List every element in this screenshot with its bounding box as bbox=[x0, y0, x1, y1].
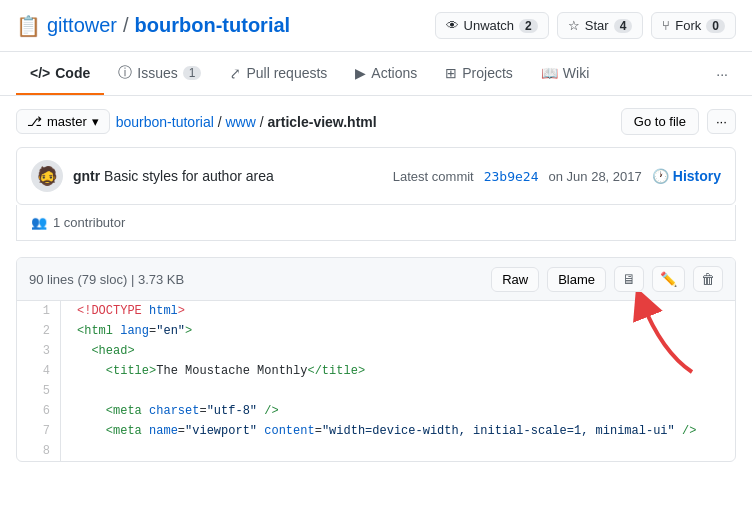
repo-icon: 📋 bbox=[16, 14, 41, 38]
title-separator: / bbox=[123, 14, 129, 37]
issues-badge: 1 bbox=[183, 66, 202, 80]
history-icon: 🕐 bbox=[652, 168, 669, 184]
chevron-down-icon: ▾ bbox=[92, 114, 99, 129]
line-code: <html lang="en"> bbox=[61, 321, 735, 341]
line-number: 6 bbox=[17, 401, 61, 421]
fork-icon: ⑂ bbox=[662, 18, 670, 33]
repo-owner[interactable]: gittower bbox=[47, 14, 117, 37]
repo-title: 📋 gittower / bourbon-tutorial bbox=[16, 14, 290, 38]
tab-actions-label: Actions bbox=[371, 65, 417, 81]
file-viewer: 90 lines (79 sloc) | 3.73 KB Raw Blame 🖥… bbox=[16, 257, 736, 462]
code-line: 2 <html lang="en"> bbox=[17, 321, 735, 341]
star-label: Star bbox=[585, 18, 609, 33]
display-icon: 🖥 bbox=[622, 271, 636, 287]
repo-name[interactable]: bourbon-tutorial bbox=[135, 14, 291, 37]
breadcrumb-root[interactable]: bourbon-tutorial bbox=[116, 114, 214, 130]
more-options-button[interactable]: ··· bbox=[707, 109, 736, 134]
tab-projects[interactable]: ⊞ Projects bbox=[431, 53, 527, 95]
star-icon: ☆ bbox=[568, 18, 580, 33]
code-line: 6 <meta charset="utf-8" /> bbox=[17, 401, 735, 421]
tab-issues[interactable]: ⓘ Issues 1 bbox=[104, 52, 215, 96]
file-toolbar: 90 lines (79 sloc) | 3.73 KB Raw Blame 🖥… bbox=[17, 258, 735, 301]
commit-box: 🧔 gntr Basic styles for author area Late… bbox=[16, 147, 736, 205]
line-number: 7 bbox=[17, 421, 61, 441]
breadcrumb-bar: ⎇ master ▾ bourbon-tutorial / www / arti… bbox=[0, 96, 752, 147]
tab-issues-label: Issues bbox=[137, 65, 177, 81]
tab-wiki-label: Wiki bbox=[563, 65, 589, 81]
contributors-bar: 👥 1 contributor bbox=[16, 205, 736, 241]
code-icon: </> bbox=[30, 65, 50, 81]
line-code bbox=[61, 441, 735, 461]
code-content: 1 <!DOCTYPE html> 2 <html lang="en"> 3 <… bbox=[17, 301, 735, 461]
issues-icon: ⓘ bbox=[118, 64, 132, 82]
line-number: 8 bbox=[17, 441, 61, 461]
star-count: 4 bbox=[614, 19, 633, 33]
line-number: 3 bbox=[17, 341, 61, 361]
contributors-icon: 👥 bbox=[31, 215, 47, 230]
trash-icon: 🗑 bbox=[701, 271, 715, 287]
star-button[interactable]: ☆ Star 4 bbox=[557, 12, 644, 39]
line-number: 5 bbox=[17, 381, 61, 401]
wiki-icon: 📖 bbox=[541, 65, 558, 81]
tab-wiki[interactable]: 📖 Wiki bbox=[527, 53, 603, 95]
unwatch-button[interactable]: 👁 Unwatch 2 bbox=[435, 12, 549, 39]
commit-author[interactable]: gntr bbox=[73, 168, 100, 184]
unwatch-label: Unwatch bbox=[464, 18, 515, 33]
code-line: 3 <head> bbox=[17, 341, 735, 361]
display-toggle-button[interactable]: 🖥 bbox=[614, 266, 644, 292]
breadcrumb-path: bourbon-tutorial / www / article-view.ht… bbox=[116, 114, 377, 130]
pr-icon: ⤤ bbox=[229, 65, 241, 81]
nav-more-button[interactable]: ··· bbox=[708, 54, 736, 94]
history-link[interactable]: 🕐 History bbox=[652, 168, 721, 184]
lines-info: 90 lines (79 sloc) bbox=[29, 272, 127, 287]
file-size-separator: | bbox=[131, 272, 138, 287]
code-line: 4 <title>The Moustache Monthly</title> bbox=[17, 361, 735, 381]
branch-name: master bbox=[47, 114, 87, 129]
tab-pull-requests[interactable]: ⤤ Pull requests bbox=[215, 53, 341, 95]
raw-button[interactable]: Raw bbox=[491, 267, 539, 292]
contributors-label: 1 contributor bbox=[53, 215, 125, 230]
fork-count: 0 bbox=[706, 19, 725, 33]
commit-left: 🧔 gntr Basic styles for author area bbox=[31, 160, 274, 192]
breadcrumb-right: Go to file ··· bbox=[621, 108, 736, 135]
commit-right: Latest commit 23b9e24 on Jun 28, 2017 🕐 … bbox=[393, 168, 721, 184]
header-actions: 👁 Unwatch 2 ☆ Star 4 ⑂ Fork 0 bbox=[435, 12, 736, 39]
unwatch-count: 2 bbox=[519, 19, 538, 33]
pencil-icon: ✏️ bbox=[660, 271, 677, 287]
eye-icon: 👁 bbox=[446, 18, 459, 33]
file-actions: Raw Blame 🖥 ✏️ 🗑 bbox=[491, 266, 723, 292]
file-size: 3.73 KB bbox=[138, 272, 184, 287]
delete-button[interactable]: 🗑 bbox=[693, 266, 723, 292]
line-number: 4 bbox=[17, 361, 61, 381]
code-line: 7 <meta name="viewport" content="width=d… bbox=[17, 421, 735, 441]
top-header: 📋 gittower / bourbon-tutorial 👁 Unwatch … bbox=[0, 0, 752, 52]
branch-selector[interactable]: ⎇ master ▾ bbox=[16, 109, 110, 134]
tab-pr-label: Pull requests bbox=[246, 65, 327, 81]
line-code bbox=[61, 381, 735, 401]
commit-hash[interactable]: 23b9e24 bbox=[484, 169, 539, 184]
line-code: <head> bbox=[61, 341, 735, 361]
line-code: <!DOCTYPE html> bbox=[61, 301, 735, 321]
breadcrumb-left: ⎇ master ▾ bourbon-tutorial / www / arti… bbox=[16, 109, 377, 134]
edit-button[interactable]: ✏️ bbox=[652, 266, 685, 292]
goto-file-button[interactable]: Go to file bbox=[621, 108, 699, 135]
nav-tabs: </> Code ⓘ Issues 1 ⤤ Pull requests ▶ Ac… bbox=[0, 52, 752, 96]
branch-icon: ⎇ bbox=[27, 114, 42, 129]
line-code: <title>The Moustache Monthly</title> bbox=[61, 361, 735, 381]
line-number: 2 bbox=[17, 321, 61, 341]
file-info: 90 lines (79 sloc) | 3.73 KB bbox=[29, 272, 184, 287]
code-line: 8 bbox=[17, 441, 735, 461]
history-label: History bbox=[673, 168, 721, 184]
breadcrumb-mid[interactable]: www bbox=[225, 114, 255, 130]
fork-label: Fork bbox=[675, 18, 701, 33]
commit-date: on Jun 28, 2017 bbox=[549, 169, 642, 184]
latest-commit-label: Latest commit bbox=[393, 169, 474, 184]
projects-icon: ⊞ bbox=[445, 65, 457, 81]
blame-button[interactable]: Blame bbox=[547, 267, 606, 292]
breadcrumb-file: article-view.html bbox=[267, 114, 376, 130]
tab-actions[interactable]: ▶ Actions bbox=[341, 53, 431, 95]
fork-button[interactable]: ⑂ Fork 0 bbox=[651, 12, 736, 39]
tab-projects-label: Projects bbox=[462, 65, 513, 81]
tab-code[interactable]: </> Code bbox=[16, 53, 104, 95]
line-code: <meta charset="utf-8" /> bbox=[61, 401, 735, 421]
